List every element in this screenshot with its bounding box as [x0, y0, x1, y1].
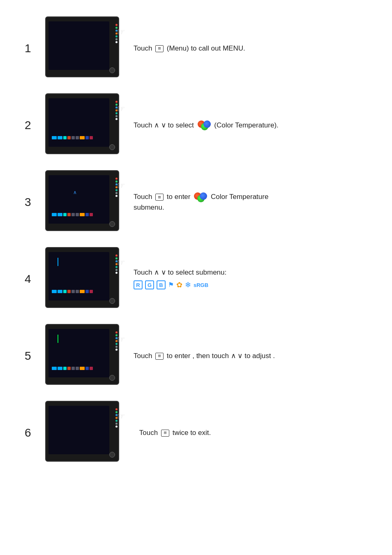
badge-r: R	[134, 280, 143, 289]
srgb-label: sRGB	[194, 281, 208, 289]
badge-g: G	[145, 280, 154, 289]
step-3-text: Touch to enter Color Temperaturesubmenu.	[134, 192, 367, 213]
touch-hand-4: ☞	[117, 257, 125, 268]
menu-icon-1	[155, 45, 164, 52]
menu-icon-6	[161, 430, 169, 437]
step-1-text: Touch (Menu) to call out MENU.	[134, 43, 367, 54]
touch-hand-5: ☞	[117, 334, 125, 345]
menu-icon-5	[155, 353, 164, 360]
badge-b: B	[157, 280, 166, 289]
flag-icon: ⚑	[168, 280, 174, 290]
color-temp-icon-2	[198, 120, 211, 130]
step-5-text: Touch to enter , then touch ∧ ∨ to adjus…	[134, 351, 367, 361]
snowflake-icon: ❄	[185, 280, 191, 291]
touch-hand-2: ☞	[117, 104, 125, 114]
color-temp-icon-3	[194, 192, 207, 202]
step-5-number: 5	[25, 349, 45, 363]
step-2-row: 2	[25, 93, 367, 157]
step-4-row: 4	[25, 247, 367, 311]
step-3-row: 3 ∧	[25, 170, 367, 234]
step-4-monitor: ☞	[45, 247, 121, 311]
step-6-row: 6 ☞ Touch twice to exit.	[25, 401, 367, 465]
step-2-number: 2	[25, 119, 45, 132]
step-3-monitor: ∧ ☞	[45, 170, 121, 234]
step-5-row: 5	[25, 324, 367, 388]
step-5-monitor: ☞	[45, 324, 121, 388]
step-4-text: Touch ∧ ∨ to select submenu: R G B ⚑ ✿ ❄…	[134, 267, 367, 291]
step-2-text: Touch ∧ ∨ to select (Color Temperature).	[134, 120, 367, 131]
step-1-number: 1	[25, 42, 45, 55]
touch-hand-1: ☞	[117, 27, 125, 37]
touch-hand-6: ☞	[117, 411, 125, 422]
step-6-text: Touch twice to exit.	[134, 428, 367, 438]
submenu-icons: R G B ⚑ ✿ ❄ sRGB	[134, 280, 367, 291]
step-4-number: 4	[25, 273, 45, 286]
step-3-number: 3	[25, 196, 45, 209]
touch-hand-3: ☞	[117, 180, 125, 191]
step-1-row: 1 ☞ Touch (Menu) to call out MENU.	[25, 16, 367, 80]
step-6-monitor: ☞	[45, 401, 121, 465]
sun-icon: ✿	[176, 280, 182, 291]
step-2-monitor: ☞	[45, 93, 121, 157]
step-1-monitor: ☞	[45, 16, 121, 80]
step-6-number: 6	[25, 426, 45, 439]
menu-icon-3	[155, 194, 164, 201]
